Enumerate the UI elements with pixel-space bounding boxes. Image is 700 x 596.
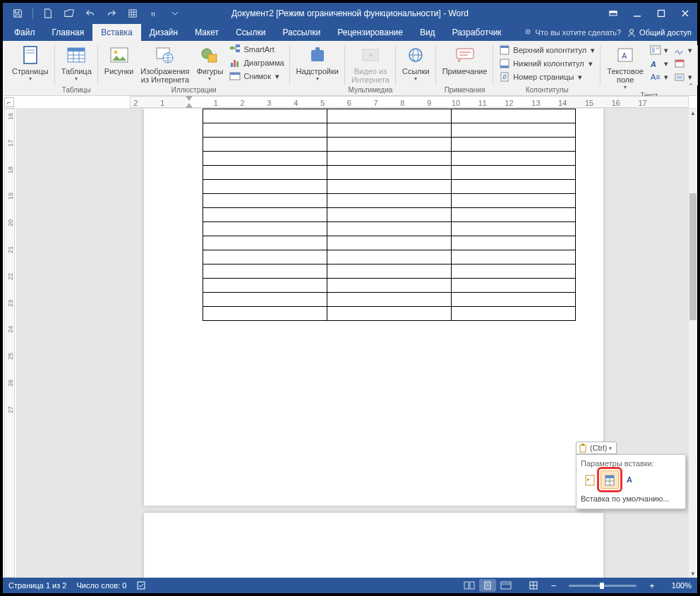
paste-options-pill[interactable]: (Ctrl)▾	[576, 442, 617, 454]
tab-references[interactable]: Ссылки	[227, 24, 274, 41]
minimize-button[interactable]	[625, 3, 649, 24]
pages-button[interactable]: Страницы▾	[8, 42, 52, 83]
svg-rect-56	[677, 75, 682, 79]
online-video-button: Видео из Интернета	[348, 42, 393, 85]
ribbon-collapse-button[interactable]: ˄	[689, 83, 693, 92]
zoom-level[interactable]: 100%	[672, 581, 692, 590]
paste-options-menu: Параметры вставки: A Вставка по умолчани…	[576, 454, 686, 509]
word-count[interactable]: Число слов: 0	[76, 581, 126, 590]
quickparts-button[interactable]: ▾	[647, 44, 671, 56]
equation-button[interactable]: π	[145, 4, 163, 23]
scroll-up-button[interactable]: ▲	[689, 109, 697, 117]
ribbon: Страницы▾ Таблица▾ Таблицы Рисунки И	[3, 41, 697, 96]
scroll-down-button[interactable]: ▼	[689, 569, 697, 578]
statusbar: Страница 1 из 2 Число слов: 0 − + 100%	[3, 578, 697, 593]
online-pictures-button[interactable]: Изображения из Интернета	[137, 42, 193, 85]
zoom-slider[interactable]	[569, 585, 636, 587]
svg-rect-60	[586, 475, 594, 485]
share-label: Общий доступ	[639, 28, 692, 37]
table-button[interactable]: Таблица▾	[58, 42, 95, 83]
tab-mailings[interactable]: Рассылки	[274, 24, 329, 41]
tab-insert[interactable]: Вставка	[92, 24, 141, 41]
svg-rect-65	[138, 582, 145, 589]
comment-button[interactable]: Примечание	[439, 42, 491, 77]
table-qat-button[interactable]	[123, 4, 142, 23]
svg-rect-67	[470, 582, 474, 589]
web-layout-button[interactable]	[497, 579, 514, 592]
horizontal-ruler[interactable]: ⌐ 211234567891011121314151617	[3, 96, 697, 109]
svg-rect-26	[231, 63, 233, 67]
vertical-scrollbar[interactable]: ▲ ▼	[689, 109, 697, 578]
new-button[interactable]	[39, 4, 57, 23]
screenshot-button[interactable]: Снимок▾	[227, 70, 286, 83]
open-button[interactable]	[60, 4, 78, 23]
scroll-thumb[interactable]	[689, 193, 696, 320]
document-table[interactable]	[203, 109, 576, 321]
redo-button[interactable]	[102, 4, 121, 23]
tab-design[interactable]: Дизайн	[141, 24, 186, 41]
svg-rect-28	[236, 61, 239, 67]
links-button[interactable]: Ссылки▾	[399, 42, 433, 83]
page-1[interactable]	[144, 109, 603, 506]
pictures-button[interactable]: Рисунки	[101, 42, 138, 77]
header-icon	[499, 44, 510, 56]
tab-home[interactable]: Главная	[44, 24, 93, 41]
proofing-icon[interactable]	[136, 580, 146, 590]
footer-button[interactable]: Нижний колонтитул▾	[496, 57, 598, 70]
vertical-ruler[interactable]: 161718192021222324252627	[3, 109, 17, 578]
ribbon-tabs: Файл Главная Вставка Дизайн Макет Ссылки…	[3, 24, 697, 41]
signature-button[interactable]: ▾	[671, 44, 695, 56]
tell-me-field[interactable]: Что вы хотите сделать?	[524, 24, 622, 41]
svg-rect-24	[236, 44, 240, 47]
group-comments-label: Примечания	[445, 86, 485, 95]
datetime-button[interactable]	[671, 57, 695, 70]
print-layout-button[interactable]	[479, 579, 496, 592]
tab-review[interactable]: Рецензирование	[329, 24, 411, 41]
workspace: 161718192021222324252627 (Ctrl)▾ Парамет…	[3, 109, 697, 578]
shapes-button[interactable]: Фигуры▾	[193, 42, 227, 83]
paste-merge-button[interactable]	[601, 470, 619, 489]
zoom-fit-icon[interactable]	[529, 580, 538, 590]
save-button[interactable]	[8, 4, 27, 23]
share-button[interactable]: Общий доступ	[627, 24, 692, 41]
chart-button[interactable]: Диаграмма	[227, 56, 286, 69]
wordart-button[interactable]: A▾	[647, 57, 671, 70]
comment-icon	[454, 44, 476, 66]
zoom-in-button[interactable]: +	[646, 581, 658, 590]
zoom-out-button[interactable]: −	[548, 581, 560, 590]
smartart-button[interactable]: SmartArt	[227, 43, 286, 56]
svg-rect-25	[236, 49, 240, 52]
read-mode-button[interactable]	[461, 579, 478, 592]
paste-text-only-button[interactable]: A	[620, 470, 639, 489]
maximize-button[interactable]	[649, 3, 673, 24]
tab-layout[interactable]: Макет	[186, 24, 227, 41]
wordart-icon: A	[650, 58, 661, 69]
footer-icon	[499, 58, 510, 69]
qat-customize-button[interactable]	[166, 4, 184, 23]
paste-set-default-button[interactable]: Вставка по умолчанию...	[581, 493, 681, 504]
svg-rect-58	[580, 445, 586, 452]
undo-button[interactable]	[81, 4, 99, 23]
tab-file[interactable]: Файл	[6, 24, 44, 41]
tab-developer[interactable]: Разработчик	[444, 24, 510, 41]
tab-view[interactable]: Вид	[411, 24, 444, 41]
svg-rect-33	[363, 49, 378, 61]
ribbon-options-button[interactable]	[601, 3, 625, 24]
svg-rect-22	[208, 54, 217, 62]
pagenum-button[interactable]: #Номер страницы▾	[496, 71, 598, 83]
zoom-slider-thumb[interactable]	[600, 583, 604, 589]
textbox-button[interactable]: A Текстовое поле▾	[603, 42, 647, 92]
screenshot-icon	[229, 71, 241, 82]
document-viewport[interactable]: (Ctrl)▾ Параметры вставки: A Вставка по …	[17, 109, 697, 578]
close-button[interactable]	[673, 3, 697, 24]
dropcap-button[interactable]: A≡▾	[647, 71, 671, 83]
page-2[interactable]	[144, 513, 603, 578]
titlebar: π Документ2 [Режим ограниченной функцион…	[3, 3, 697, 24]
addins-button[interactable]: Надстройки▾	[293, 42, 342, 83]
svg-rect-32	[315, 47, 320, 51]
header-button[interactable]: Верхний колонтитул▾	[496, 44, 598, 56]
paste-keep-source-button[interactable]	[581, 470, 599, 489]
page-status[interactable]: Страница 1 из 2	[8, 581, 66, 590]
tab-selector[interactable]: ⌐	[4, 97, 14, 107]
object-button[interactable]: ▾	[671, 71, 695, 83]
